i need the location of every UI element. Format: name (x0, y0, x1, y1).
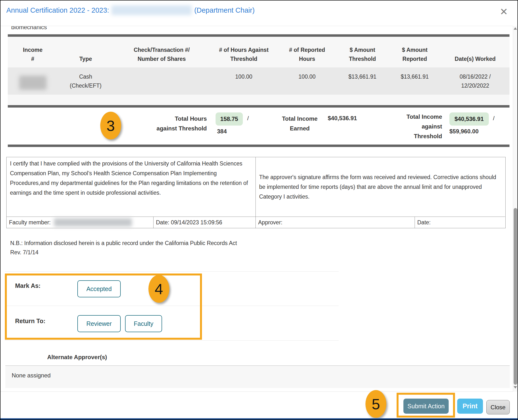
close-icon[interactable]: ✕ (500, 7, 508, 17)
mark-as-label: Mark As: (15, 282, 41, 289)
total-income-threshold-highlight: $40,536.91 (449, 112, 489, 126)
faculty-certification-statement: I certify that I have complied with the … (7, 157, 256, 217)
col-amount-reported: $ Amount Reported (389, 46, 441, 67)
table-mid-bar (8, 105, 509, 108)
col-reported-hours: # of Reported Hours (278, 46, 336, 67)
annotation-step-5-badge: 5 (365, 390, 386, 418)
annual-certification-modal: Annual Certification 2022 - 2023: (Depar… (0, 0, 518, 420)
cell-hours-against-threshold: 100.00 (210, 67, 278, 81)
table-top-bar (8, 34, 509, 37)
cell-reported-hours: 100.00 (278, 67, 336, 81)
approver-cell: Approver: (256, 217, 415, 228)
total-hours-value-highlight: 158.75 (216, 112, 243, 126)
income-table-row: Cash (Check/EFT) 100.00 100.00 $13,661.9… (8, 67, 509, 95)
faculty-date-cell: Date: 09/14/2023 15:09:56 (154, 217, 256, 228)
col-type: Type (58, 55, 114, 67)
bottom-blue-strip (0, 418, 518, 420)
modal-title-prefix: Annual Certification 2022 - 2023: (6, 6, 109, 14)
reviewer-button[interactable]: Reviewer (77, 315, 121, 332)
faculty-button[interactable]: Faculty (125, 315, 162, 332)
redacted-faculty-name-title (111, 5, 192, 15)
col-dates-worked: Date(s) Worked (441, 55, 509, 67)
header-divider (0, 26, 513, 26)
col-hours-against-threshold: # of Hours Against Threshold (210, 46, 278, 67)
col-income-number: Income # (8, 46, 58, 67)
annotation-step-3-badge: 3 (100, 112, 121, 139)
revision-note: Rev. 7/1/14 (10, 249, 38, 256)
vertical-scrollbar-thumb[interactable] (514, 208, 517, 385)
certification-table: I certify that I have complied with the … (6, 157, 506, 228)
redacted-income-number (19, 76, 46, 90)
col-check-transaction: Check/Transaction #/ Number of Shares (114, 46, 210, 67)
hours-slash: / (247, 115, 249, 122)
faculty-member-cell: Faculty member: (7, 217, 154, 228)
print-button[interactable]: Print (457, 399, 483, 414)
submit-action-button[interactable]: Submit Action (403, 399, 449, 414)
cell-amount-reported: $13,661.91 (389, 67, 441, 81)
footer-divider (0, 392, 513, 392)
divider-above-mark-as (5, 271, 339, 272)
total-income-threshold-label: Total Income against Threshold (397, 112, 442, 141)
alternate-approvers-row (5, 365, 510, 388)
redacted-faculty-signature (54, 218, 132, 227)
return-to-label: Return To: (15, 318, 45, 325)
total-hours-max: 384 (217, 128, 227, 135)
approver-certification-statement: The approver's signature affirms the for… (256, 157, 505, 217)
alternate-approvers-value: None assigned (12, 372, 51, 379)
income-table-header: Income # Type Check/Transaction #/ Numbe… (8, 37, 509, 67)
modal-title: Annual Certification 2022 - 2023: (Depar… (6, 5, 255, 15)
total-income-earned-value: $40,536.91 (328, 115, 357, 122)
clipped-scroll-text: biomechanics (11, 26, 47, 30)
accepted-button[interactable]: Accepted (77, 280, 121, 297)
divider-below-return-to (5, 340, 339, 341)
cell-check-transaction (114, 67, 210, 72)
close-button[interactable]: Close (486, 400, 510, 414)
cell-type: Cash (Check/EFT) (58, 67, 114, 90)
total-hours-label: Total Hours against Threshold (146, 114, 207, 133)
approver-date-cell: Date: (415, 217, 505, 228)
cell-amount-threshold: $13,661.91 (336, 67, 389, 81)
income-slash: / (493, 115, 495, 122)
cell-dates-worked: 08/16/2022 / 12/20/2022 (441, 67, 509, 90)
col-amount-threshold: $ Amount Threshold (336, 46, 389, 67)
modal-title-suffix: (Department Chair) (194, 6, 254, 14)
scrollbar-down-arrow-icon[interactable] (514, 386, 517, 389)
annotation-step-4-badge: 4 (148, 275, 169, 303)
public-record-note: N.B.: Information disclosed herein is a … (10, 240, 237, 247)
cell-income-number (8, 67, 58, 90)
total-income-threshold-max: $59,960.00 (449, 128, 479, 135)
table-bottom-bar (8, 145, 509, 147)
alternate-approvers-heading: Alternate Approver(s) (47, 354, 107, 361)
total-income-earned-label: Total Income Earned (273, 114, 327, 133)
scrollbar-up-arrow-icon[interactable] (514, 27, 517, 30)
